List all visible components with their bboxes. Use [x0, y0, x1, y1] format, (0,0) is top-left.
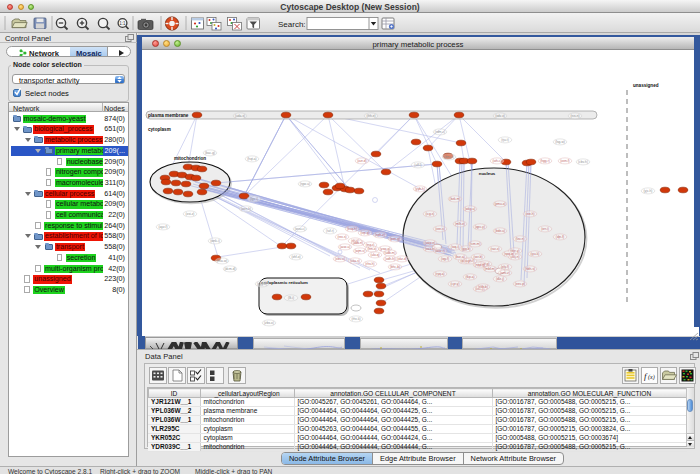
svg-text:mitochondrion: mitochondrion — [174, 156, 206, 161]
svg-text:(lgv-i): (lgv-i) — [250, 197, 258, 201]
svg-text:(ozr-d): (ozr-d) — [357, 159, 366, 163]
svg-text:(ami-z): (ami-z) — [500, 271, 510, 275]
svg-text:(eie-h): (eie-h) — [525, 212, 534, 216]
svg-text:(ivp-g): (ivp-g) — [360, 231, 369, 235]
svg-text:(fzv-n): (fzv-n) — [515, 237, 524, 241]
svg-text:(cbv-h): (cbv-h) — [578, 160, 588, 164]
svg-text:(ioh-c): (ioh-c) — [492, 159, 501, 163]
svg-text:(rav-x): (rav-x) — [490, 247, 499, 251]
svg-text:(bhc-b): (bhc-b) — [390, 265, 400, 269]
svg-text:(wxz-r): (wxz-r) — [435, 249, 445, 253]
svg-text:(bzk-m): (bzk-m) — [450, 197, 461, 201]
svg-text:(mbf-m): (mbf-m) — [484, 267, 495, 271]
svg-text:(sxr-b): (sxr-b) — [473, 255, 482, 259]
svg-text:(pmu-o): (pmu-o) — [494, 202, 505, 206]
svg-text:(tkp-a): (tkp-a) — [465, 275, 474, 279]
svg-text:(xrr-i): (xrr-i) — [541, 227, 549, 231]
svg-text:(pzn-g): (pzn-g) — [390, 237, 400, 241]
svg-text:(iyu-k): (iyu-k) — [531, 252, 540, 256]
svg-text:(xsn-s): (xsn-s) — [435, 227, 445, 231]
svg-text:(kcq-h): (kcq-h) — [347, 227, 357, 231]
svg-text:(wnk-i): (wnk-i) — [210, 239, 220, 243]
svg-text:(rhs-h): (rhs-h) — [365, 262, 374, 266]
svg-text:(bde-u): (bde-u) — [495, 229, 505, 233]
svg-text:(spq-q): (spq-q) — [504, 252, 514, 256]
svg-text:(rcs-n): (rcs-n) — [570, 114, 579, 118]
svg-text:(ely-f): (ely-f) — [501, 265, 509, 269]
svg-text:(wjm-v): (wjm-v) — [355, 249, 365, 253]
svg-text:(acw-u): (acw-u) — [340, 245, 351, 249]
svg-text:(rex-s): (rex-s) — [337, 235, 346, 239]
svg-text:(wvu-c): (wvu-c) — [295, 227, 305, 231]
svg-text:(cyr-y): (cyr-y) — [450, 282, 459, 286]
svg-text:(ayz-f): (ayz-f) — [158, 225, 167, 229]
svg-text:(xbv-u): (xbv-u) — [335, 257, 345, 261]
svg-text:(tuf-r): (tuf-r) — [326, 229, 334, 233]
svg-text:(dcm-d): (dcm-d) — [225, 267, 236, 271]
svg-text:(ddv-n): (ddv-n) — [353, 241, 363, 245]
svg-text:(oen-f): (oen-f) — [560, 159, 569, 163]
svg-text:(osi-z): (osi-z) — [186, 212, 195, 216]
svg-text:nucleus: nucleus — [479, 171, 496, 176]
svg-text:(rgw-u): (rgw-u) — [300, 182, 310, 186]
svg-text:(rdm-c): (rdm-c) — [435, 130, 445, 134]
svg-text:(wkg-u): (wkg-u) — [465, 207, 476, 211]
svg-text:(dlz-j): (dlz-j) — [496, 277, 504, 281]
svg-text:Search:: Search: — [278, 20, 306, 29]
svg-text:(xhf-o): (xhf-o) — [291, 255, 300, 259]
svg-text:(yyb-h): (yyb-h) — [415, 187, 425, 191]
svg-text:(xdv-x): (xdv-x) — [495, 114, 505, 118]
svg-text:(gjg-b): (gjg-b) — [461, 247, 470, 251]
svg-text:(uda-x): (uda-x) — [235, 114, 245, 118]
svg-text:(ihh-e): (ihh-e) — [366, 114, 375, 118]
svg-text:(miu-w): (miu-w) — [217, 259, 228, 263]
svg-text:(lnn-o): (lnn-o) — [367, 247, 376, 251]
svg-text:plasma membrane: plasma membrane — [148, 113, 189, 118]
svg-text:(ulf-l): (ulf-l) — [414, 163, 421, 167]
svg-text:(ryq-a): (ryq-a) — [435, 272, 444, 276]
svg-text:(bur-a): (bur-a) — [455, 255, 465, 259]
svg-text:(hqt-a): (hqt-a) — [247, 157, 256, 161]
svg-text:(udb-m): (udb-m) — [384, 251, 395, 255]
svg-text:(vwp-e): (vwp-e) — [425, 241, 436, 245]
svg-text:(zbx-o): (zbx-o) — [264, 321, 274, 325]
svg-text:(mlh-e): (mlh-e) — [455, 222, 465, 226]
svg-text:unassigned: unassigned — [633, 83, 659, 88]
svg-text:(ulo-q): (ulo-q) — [370, 253, 379, 257]
svg-text:(hbh-s): (hbh-s) — [525, 267, 535, 271]
svg-text:(cyh-f): (cyh-f) — [465, 259, 474, 263]
svg-text:(eev-p): (eev-p) — [515, 282, 525, 286]
svg-text:cytoplasm: cytoplasm — [148, 127, 171, 132]
svg-text:(odh-h): (odh-h) — [385, 257, 395, 261]
svg-text:(lsg-w): (lsg-w) — [555, 140, 565, 144]
svg-text:(sph-z): (sph-z) — [375, 233, 385, 237]
svg-text:(iqy-f): (iqy-f) — [441, 257, 449, 261]
svg-text:(cka-s): (cka-s) — [350, 259, 360, 263]
svg-text:(rhv-k): (rhv-k) — [351, 317, 360, 321]
svg-text:(llt-i): (llt-i) — [288, 296, 294, 300]
svg-text:(hgg-r): (hgg-r) — [540, 159, 550, 163]
svg-text:(icg-s): (icg-s) — [426, 212, 435, 216]
svg-text:(qpc-y): (qpc-y) — [475, 225, 485, 229]
svg-text:(bac-g): (bac-g) — [205, 151, 215, 155]
svg-text:(toq-i): (toq-i) — [451, 245, 459, 249]
svg-text:(djn-f): (djn-f) — [556, 235, 564, 239]
svg-text:(xkz-d): (xkz-d) — [397, 257, 407, 261]
svg-text:(xkb-b): (xkb-b) — [478, 285, 488, 289]
svg-text:(tcm-m): (tcm-m) — [470, 242, 481, 246]
svg-text:(rju-t): (rju-t) — [501, 138, 509, 142]
svg-text:(yjc-h): (yjc-h) — [644, 189, 653, 193]
svg-text:(wrn-h): (wrn-h) — [241, 207, 251, 211]
svg-text:(x): (x) — [648, 374, 655, 381]
svg-text:(dmi-o): (dmi-o) — [444, 155, 454, 159]
svg-text:(egy-k): (egy-k) — [257, 282, 267, 286]
